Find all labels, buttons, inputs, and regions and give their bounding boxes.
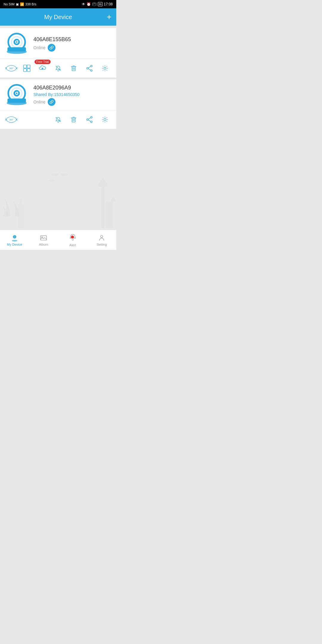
alert-badge-dot xyxy=(71,236,74,239)
vibrate-icon: 📳 xyxy=(92,2,97,6)
nav-album[interactable]: Album xyxy=(29,230,58,250)
camera-icon-1 xyxy=(5,33,29,55)
svg-point-45 xyxy=(90,121,92,123)
svg-rect-51 xyxy=(19,199,22,205)
device-details-2: 406A8E2096A9 Shared By:15314650350 Onlin… xyxy=(33,85,112,106)
nav-alert-label: Alert xyxy=(69,243,76,247)
svg-point-7 xyxy=(16,41,17,43)
nav-setting[interactable]: Setting xyxy=(87,230,117,250)
carrier-text: No SIM xyxy=(4,2,15,6)
svg-point-21 xyxy=(90,65,92,67)
multiview-button-1[interactable] xyxy=(19,62,35,75)
device-info-2[interactable]: 406A8E2096A9 Shared By:15314650350 Onlin… xyxy=(0,79,116,110)
svg-point-44 xyxy=(86,119,88,120)
svg-rect-50 xyxy=(18,205,24,228)
nav-alert[interactable]: Alert xyxy=(58,230,87,250)
nav-album-label: Album xyxy=(39,243,48,246)
svg-rect-56 xyxy=(41,236,47,240)
svg-point-35 xyxy=(17,92,18,93)
svg-line-46 xyxy=(88,118,90,119)
bottom-nav: My Device Album Alert Setting xyxy=(0,230,116,250)
delete-button-1[interactable] xyxy=(66,62,81,75)
device-actions-1: 360° Free Trial xyxy=(0,59,116,78)
mute-button-2[interactable] xyxy=(50,113,66,126)
wifi-icon: 📶 xyxy=(20,2,24,6)
app-header: My Device + xyxy=(0,8,116,26)
svg-line-24 xyxy=(88,66,90,68)
svg-line-47 xyxy=(88,120,90,121)
status-text-1: Online xyxy=(33,45,45,50)
add-device-button[interactable]: + xyxy=(107,13,112,21)
alarm-icon: ⏰ xyxy=(86,2,91,6)
settings-button-1[interactable] xyxy=(97,62,113,75)
share-button-1[interactable] xyxy=(81,62,97,75)
svg-rect-49 xyxy=(106,202,113,228)
360-button-2[interactable]: 360° xyxy=(4,113,19,126)
free-trial-badge: Free Trial xyxy=(35,60,51,64)
device-actions-2: 360° xyxy=(0,110,116,129)
svg-point-55 xyxy=(12,240,17,242)
alert-icon-wrap xyxy=(69,233,77,242)
mute-button-1[interactable] xyxy=(50,62,66,75)
device-card-1: 406A8E155B65 Online xyxy=(0,28,116,78)
shared-by-2: Shared By:15314650350 xyxy=(33,92,112,97)
svg-rect-11 xyxy=(27,65,30,68)
svg-rect-13 xyxy=(27,69,30,72)
svg-point-34 xyxy=(16,92,17,94)
share-button-2[interactable] xyxy=(81,113,97,126)
svg-marker-14 xyxy=(42,67,44,69)
page-title: My Device xyxy=(44,14,72,21)
time-text: 17:08 xyxy=(104,2,113,6)
svg-point-48 xyxy=(104,118,106,120)
svg-point-8 xyxy=(17,40,18,41)
device-details-1: 406A8E155B65 Online xyxy=(33,36,112,52)
svg-point-23 xyxy=(90,70,92,72)
svg-rect-12 xyxy=(24,69,27,72)
svg-line-25 xyxy=(88,69,90,70)
sim-icon: ▣ xyxy=(16,2,19,6)
device-info-1[interactable]: 406A8E155B65 Online xyxy=(0,28,116,59)
svg-text:360°: 360° xyxy=(9,67,13,69)
svg-point-26 xyxy=(104,67,106,69)
status-left: No SIM ▣ 📶 338 B/s xyxy=(4,2,36,6)
background-decoration xyxy=(0,133,116,230)
svg-point-43 xyxy=(90,117,92,118)
360-button-1[interactable]: 360° xyxy=(4,61,19,75)
cloud-play-button-1[interactable]: Free Trial xyxy=(35,62,50,75)
link-icon-2[interactable] xyxy=(48,98,55,106)
speed-text: 338 B/s xyxy=(25,2,36,6)
nav-my-device[interactable]: My Device xyxy=(0,230,29,250)
settings-button-2[interactable] xyxy=(97,113,113,126)
device-status-2: Online xyxy=(33,98,112,106)
svg-point-54 xyxy=(14,236,16,237)
svg-point-22 xyxy=(86,67,88,69)
status-bar: No SIM ▣ 📶 338 B/s 👁 ⏰ 📳 96 17:08 xyxy=(0,0,116,8)
svg-text:360°: 360° xyxy=(9,119,13,121)
svg-point-58 xyxy=(101,235,103,237)
svg-rect-10 xyxy=(24,65,27,68)
device-card-2: 406A8E2096A9 Shared By:15314650350 Onlin… xyxy=(0,79,116,129)
battery-icon: 96 xyxy=(98,2,103,6)
device-id-2: 406A8E2096A9 xyxy=(33,85,112,91)
device-list: 406A8E155B65 Online xyxy=(0,26,116,133)
nav-setting-label: Setting xyxy=(97,243,107,246)
link-icon-1[interactable] xyxy=(48,44,55,52)
device-id-1: 406A8E155B65 xyxy=(33,36,112,43)
camera-icon-2 xyxy=(5,84,29,106)
device-status-1: Online xyxy=(33,44,112,52)
status-right: 👁 ⏰ 📳 96 17:08 xyxy=(82,2,113,6)
eye-icon: 👁 xyxy=(82,2,85,6)
nav-my-device-label: My Device xyxy=(7,243,22,246)
status-text-2: Online xyxy=(33,100,45,104)
delete-button-2[interactable] xyxy=(66,113,81,126)
